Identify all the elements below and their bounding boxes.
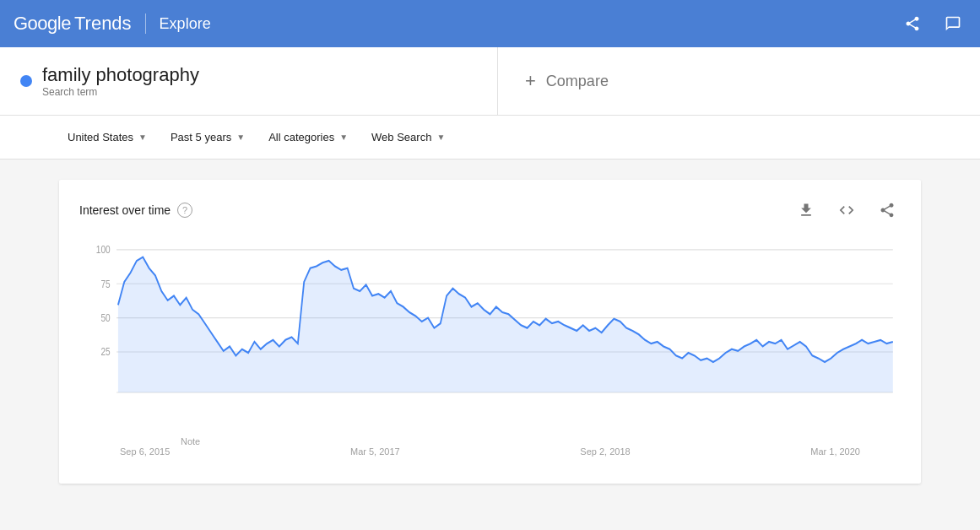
embed-button[interactable] xyxy=(833,197,860,224)
main-content: Interest over time ? xyxy=(0,160,980,504)
term-info: family photography Search term xyxy=(42,64,199,98)
region-filter[interactable]: United States ▼ xyxy=(59,126,155,149)
interest-over-time-chart: 100 75 50 25 xyxy=(79,241,901,443)
chart-actions xyxy=(793,197,901,224)
embed-icon xyxy=(838,202,855,219)
chart-title-area: Interest over time ? xyxy=(79,203,192,218)
app-header: Google Trends Explore xyxy=(0,0,980,47)
feedback-button[interactable] xyxy=(939,10,966,37)
svg-text:100: 100 xyxy=(96,244,111,255)
download-icon xyxy=(798,202,815,219)
chart-share-icon xyxy=(879,202,896,219)
x-axis-label-3: Sep 2, 2018 xyxy=(580,446,630,457)
download-button[interactable] xyxy=(793,197,820,224)
compare-plus-icon: + xyxy=(525,70,536,92)
compare-box[interactable]: + Compare xyxy=(498,47,980,115)
time-range-chevron-icon: ▼ xyxy=(236,132,245,142)
chart-note: Note xyxy=(181,436,200,446)
search-type-filter[interactable]: Web Search ▼ xyxy=(363,126,453,149)
x-axis-label-2: Mar 5, 2017 xyxy=(350,446,400,457)
term-dot xyxy=(20,75,32,87)
chart-header: Interest over time ? xyxy=(79,197,901,224)
feedback-icon xyxy=(945,15,961,32)
svg-marker-9 xyxy=(118,257,893,392)
category-chevron-icon: ▼ xyxy=(339,132,348,142)
compare-label: Compare xyxy=(546,73,609,90)
search-type-chevron-icon: ▼ xyxy=(436,132,445,142)
category-label: All categories xyxy=(268,131,334,143)
x-axis-label-1: Sep 6, 2015 xyxy=(120,446,170,457)
chart-card: Interest over time ? xyxy=(59,180,921,484)
filters-bar: United States ▼ Past 5 years ▼ All categ… xyxy=(0,116,980,160)
x-axis-label-4: Mar 1, 2020 xyxy=(810,446,860,457)
search-term-type: Search term xyxy=(42,86,199,98)
logo-google: Google xyxy=(14,13,71,35)
header-icons xyxy=(899,10,966,37)
search-type-label: Web Search xyxy=(371,131,431,143)
share-button[interactable] xyxy=(899,10,926,37)
header-left: Google Trends Explore xyxy=(14,13,211,35)
search-term-box: family photography Search term xyxy=(0,47,498,115)
region-label: United States xyxy=(68,131,133,143)
time-range-label: Past 5 years xyxy=(171,131,231,143)
search-area: family photography Search term + Compare xyxy=(0,47,980,116)
svg-text:75: 75 xyxy=(100,279,110,289)
x-axis-labels: Sep 6, 2015 Mar 5, 2017 Sep 2, 2018 Mar … xyxy=(79,443,901,457)
chart-container: 100 75 50 25 xyxy=(79,241,901,443)
share-icon xyxy=(904,15,921,32)
google-trends-logo: Google Trends xyxy=(14,13,132,35)
header-explore-label: Explore xyxy=(160,15,211,33)
logo-trends: Trends xyxy=(74,13,132,35)
svg-text:50: 50 xyxy=(100,312,110,323)
region-chevron-icon: ▼ xyxy=(138,132,147,142)
time-range-filter[interactable]: Past 5 years ▼ xyxy=(162,126,253,149)
category-filter[interactable]: All categories ▼ xyxy=(260,126,356,149)
header-divider xyxy=(145,14,146,34)
help-icon-label: ? xyxy=(182,205,187,215)
svg-text:25: 25 xyxy=(100,347,110,358)
chart-title: Interest over time xyxy=(79,203,171,217)
chart-share-button[interactable] xyxy=(874,197,901,224)
help-icon[interactable]: ? xyxy=(177,203,192,218)
search-term-name[interactable]: family photography xyxy=(42,64,199,86)
